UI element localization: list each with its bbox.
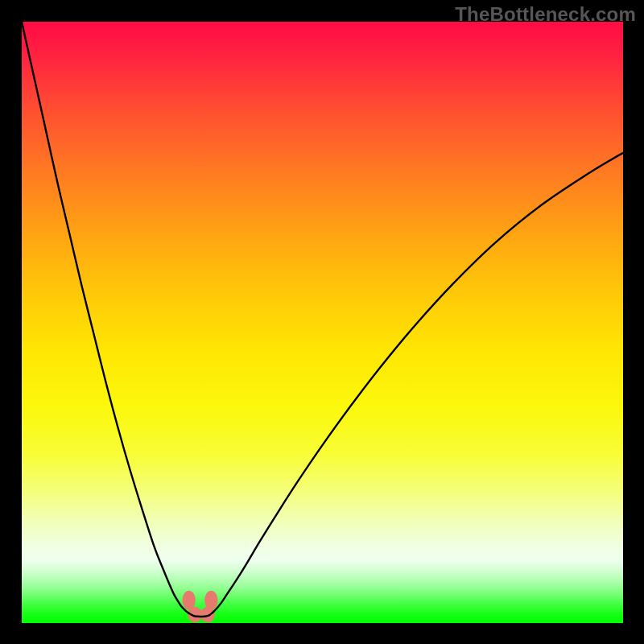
curve-right (211, 153, 623, 614)
watermark-text: TheBottleneck.com (455, 3, 636, 26)
curve-left (22, 22, 191, 614)
left-blob-upper (182, 591, 195, 610)
plot-area (22, 22, 623, 623)
curve-svg (22, 22, 623, 623)
chart-frame: TheBottleneck.com (0, 0, 644, 644)
marker-group (182, 591, 217, 623)
right-blob-upper (204, 591, 217, 610)
